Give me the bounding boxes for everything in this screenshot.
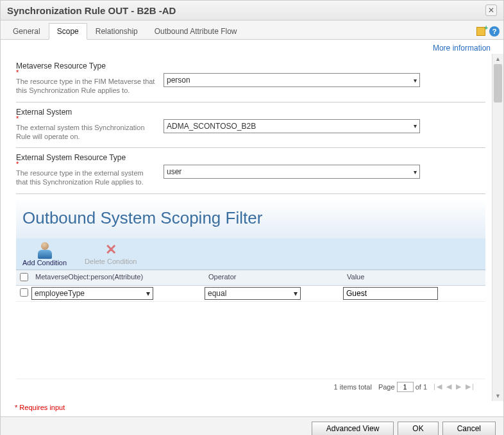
chevron-down-icon: ▾: [294, 289, 298, 298]
metaverse-resource-type-select[interactable]: person ▾: [164, 73, 420, 87]
chevron-down-icon: ▾: [414, 77, 417, 84]
delete-condition-button[interactable]: ✕ Delete Condition: [85, 242, 137, 267]
tab-bar: General Scope Relationship Outbound Attr…: [1, 21, 503, 40]
col-header-attribute: MetaverseObject:person(Attribute): [31, 270, 205, 285]
advanced-view-button[interactable]: Advanced View: [312, 422, 394, 435]
person-icon: [36, 242, 54, 259]
condition-row: employeeType ▾ equal ▾: [16, 286, 485, 302]
select-all-checkbox[interactable]: [20, 273, 28, 281]
page-label-post: of 1: [416, 383, 427, 391]
more-information-link[interactable]: More information: [433, 44, 491, 53]
dialog-footer: Advanced View OK Cancel: [1, 416, 503, 435]
operator-select[interactable]: equal ▾: [205, 287, 301, 300]
required-asterisk: *: [16, 117, 157, 120]
page-label-pre: Page: [378, 383, 395, 391]
field-label: External System Resource Type: [16, 153, 126, 162]
select-value: user: [167, 167, 181, 176]
cancel-button[interactable]: Cancel: [442, 422, 496, 435]
dialog-window: Synchronization Rule OUT - B2B -AD ✕ Gen…: [0, 0, 504, 435]
field-metaverse-resource-type: Metaverse Resource Type * The resource t…: [16, 56, 485, 103]
add-condition-button[interactable]: Add Condition: [22, 242, 67, 267]
field-label: External System: [16, 108, 72, 117]
chevron-down-icon: ▾: [414, 168, 417, 176]
field-external-system: External System * The external system th…: [16, 103, 485, 149]
field-description: The external system this Synchronization…: [16, 123, 157, 142]
required-asterisk: *: [16, 162, 157, 166]
items-total-label: 1 items total: [334, 383, 372, 391]
toolbar-label: Delete Condition: [85, 258, 137, 265]
window-title: Synchronization Rule OUT - B2B -AD: [7, 5, 176, 16]
select-value: ADMA_SCONTOSO_B2B: [167, 122, 256, 131]
external-system-resource-type-select[interactable]: user ▾: [164, 165, 420, 179]
select-value: equal: [208, 289, 226, 298]
scrollbar-thumb[interactable]: [494, 64, 502, 103]
section-title: Outbound System Scoping Filter: [22, 208, 479, 228]
col-header-operator: Operator: [205, 270, 343, 285]
attribute-select[interactable]: employeeType ▾: [31, 287, 153, 300]
external-system-select[interactable]: ADMA_SCONTOSO_B2B ▾: [164, 119, 420, 133]
scroll-down-icon[interactable]: ▼: [492, 391, 503, 401]
field-external-system-resource-type: External System Resource Type * The reso…: [16, 148, 485, 194]
condition-toolbar: Add Condition ✕ Delete Condition: [16, 238, 485, 270]
required-asterisk: *: [16, 70, 157, 74]
requires-input-note: * Requires input: [1, 401, 503, 416]
field-description: The resource type in the FIM Metaverse t…: [16, 77, 157, 95]
scroll-up-icon[interactable]: ▲: [492, 54, 503, 64]
pager-first-icon[interactable]: |◀: [433, 382, 443, 390]
pager-prev-icon[interactable]: ◀: [446, 382, 453, 390]
toolbar-label: Add Condition: [22, 259, 67, 267]
row-checkbox[interactable]: [20, 288, 28, 297]
delete-x-icon: ✕: [105, 242, 117, 258]
help-icon[interactable]: ?: [489, 26, 500, 37]
field-label: Metaverse Resource Type: [16, 62, 106, 70]
pager: 1 items total Page of 1 |◀ ◀ ▶ ▶|: [16, 379, 485, 398]
tab-general[interactable]: General: [4, 23, 49, 40]
grid-empty-space: [16, 302, 485, 379]
close-icon[interactable]: ✕: [485, 4, 497, 16]
tab-panel-scope: Metaverse Resource Type * The resource t…: [1, 54, 492, 401]
scoping-filter-header: Outbound System Scoping Filter: [16, 198, 485, 238]
value-input[interactable]: [343, 287, 438, 300]
chevron-down-icon: ▾: [414, 122, 417, 129]
ok-button[interactable]: OK: [398, 422, 438, 435]
pager-next-icon[interactable]: ▶: [456, 382, 462, 390]
vertical-scrollbar[interactable]: ▲ ▼: [492, 54, 503, 401]
page-number-input[interactable]: [397, 382, 414, 392]
more-information-row: More information: [1, 40, 503, 54]
pager-last-icon[interactable]: ▶|: [466, 382, 475, 390]
chevron-down-icon: ▾: [146, 289, 150, 298]
tab-outbound-attribute-flow[interactable]: Outbound Attribute Flow: [146, 23, 246, 40]
tab-relationship[interactable]: Relationship: [87, 23, 146, 40]
tab-scope[interactable]: Scope: [49, 23, 87, 40]
select-value: person: [167, 76, 190, 85]
col-header-value: Value: [343, 270, 485, 285]
conditions-grid-header: MetaverseObject:person(Attribute) Operat…: [16, 270, 485, 286]
new-item-icon[interactable]: [476, 27, 485, 36]
titlebar: Synchronization Rule OUT - B2B -AD ✕: [1, 1, 503, 21]
field-description: The resource type in the external system…: [16, 168, 157, 187]
select-value: employeeType: [35, 289, 85, 298]
